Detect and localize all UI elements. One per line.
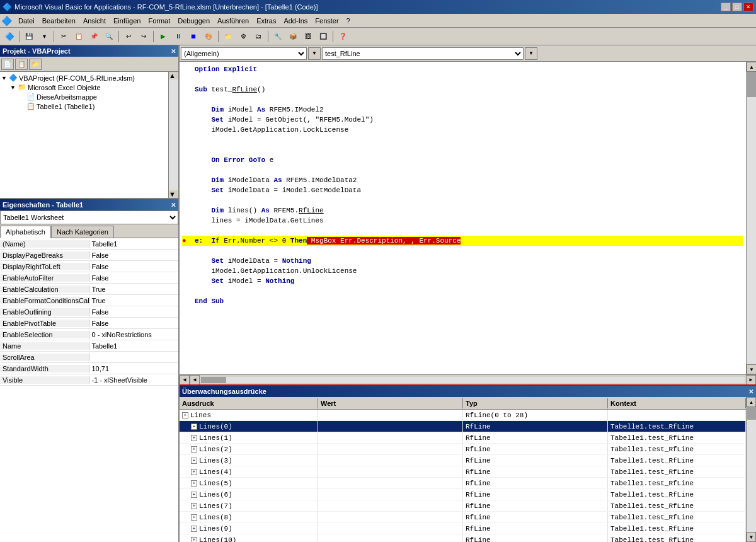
code-scroll-thumb[interactable] xyxy=(747,72,756,97)
menu-bearbeiten[interactable]: Bearbeiten xyxy=(38,16,79,26)
project-vscroll[interactable]: ▲ ▼ xyxy=(168,72,178,198)
code-proc-select[interactable]: test_RfLine xyxy=(322,47,524,60)
code-scroll-up[interactable]: ▲ xyxy=(747,62,756,72)
toolbar-paste[interactable]: 📌 xyxy=(87,30,101,43)
toolbar-run[interactable]: ▶ xyxy=(156,30,170,43)
menu-help[interactable]: ? xyxy=(343,16,354,26)
toolbar-props[interactable]: ⚙ xyxy=(236,30,250,43)
menu-extras[interactable]: Extras xyxy=(253,16,280,26)
toolbar-dropdown[interactable]: ▾ xyxy=(37,30,51,43)
minimize-button[interactable]: _ xyxy=(721,3,731,11)
tree-item-tabelle1[interactable]: 📋 Tabelle1 (Tabelle1) xyxy=(1,101,167,111)
props-row[interactable]: EnableSelection0 - xlNoRestrictions xyxy=(0,329,178,340)
code-module-select[interactable]: (Allgemein) xyxy=(181,47,307,60)
watch-row[interactable]: +Lines(8) RfLine Tabelle1.test_RfLine xyxy=(180,512,746,523)
tree-expand-vbaproject[interactable]: ▼ xyxy=(1,75,9,81)
watch-scroll-thumb[interactable] xyxy=(747,407,756,420)
toolbar-reset[interactable]: ⏹ xyxy=(186,30,200,43)
code-hscroll-thumb[interactable] xyxy=(201,377,226,383)
watch-expand-icon[interactable]: + xyxy=(191,469,197,475)
watch-row[interactable]: +Lines RfLine(0 to 28) xyxy=(180,410,746,421)
watch-expand-icon[interactable]: + xyxy=(191,526,197,532)
props-row[interactable]: DisplayPageBreaksFalse xyxy=(0,250,178,261)
watch-expand-icon[interactable]: + xyxy=(191,492,197,498)
menu-fenster[interactable]: Fenster xyxy=(311,16,342,26)
menu-einfuegen[interactable]: Einfügen xyxy=(110,16,144,26)
code-scroll-right[interactable]: ► xyxy=(746,375,756,385)
code-editor[interactable]: Option ExplicitSub test_RfLine() Dim iMo… xyxy=(180,62,746,374)
toolbar-btn4[interactable]: 🔲 xyxy=(316,30,330,43)
watch-row[interactable]: +Lines(1) RfLine Tabelle1.test_RfLine xyxy=(180,432,746,444)
watch-row[interactable]: +Lines(9) RfLine Tabelle1.test_RfLine xyxy=(180,523,746,534)
watch-expand-icon[interactable]: + xyxy=(191,435,197,441)
project-view-code[interactable]: 📄 xyxy=(1,59,14,70)
code-scroll-down[interactable]: ▼ xyxy=(747,364,756,374)
watch-expand-icon[interactable]: + xyxy=(191,446,197,453)
props-row[interactable]: NameTabelle1 xyxy=(0,340,178,352)
toolbar-objbrowser[interactable]: 🗂 xyxy=(251,30,265,43)
props-row[interactable]: EnablePivotTableFalse xyxy=(0,318,178,329)
watch-expand-icon[interactable]: + xyxy=(191,480,197,487)
props-row[interactable]: EnableOutliningFalse xyxy=(0,306,178,318)
tree-item-vbaproject[interactable]: ▼ 🔷 VBAProject (RF-COM_5-RfLine.xlsm) xyxy=(1,73,167,83)
watch-row[interactable]: +Lines(4) RfLine Tabelle1.test_RfLine xyxy=(180,466,746,478)
project-toggle-folders[interactable]: 📁 xyxy=(29,59,42,70)
props-row[interactable]: (Name)Tabelle1 xyxy=(0,238,178,250)
watch-row[interactable]: +Lines(5) RfLine Tabelle1.test_RfLine xyxy=(180,478,746,489)
watch-vscroll[interactable]: ▲ ▼ xyxy=(746,397,756,542)
code-vscroll[interactable]: ▲ ▼ xyxy=(746,62,756,374)
window-controls[interactable]: _ □ ✕ xyxy=(721,3,753,11)
restore-button[interactable]: □ xyxy=(732,3,742,11)
watch-expand-icon[interactable]: + xyxy=(191,458,197,464)
module-select-arrow[interactable]: ▼ xyxy=(308,47,321,60)
menu-format[interactable]: Format xyxy=(144,16,174,26)
watch-expand-icon[interactable]: + xyxy=(191,514,197,521)
watch-row[interactable]: +Lines(7) RfLine Tabelle1.test_RfLine xyxy=(180,500,746,512)
toolbar-btn2[interactable]: 📦 xyxy=(286,30,300,43)
project-scroll-up[interactable]: ▲ xyxy=(169,72,178,79)
watch-row[interactable]: +Lines(2) RfLine Tabelle1.test_RfLine xyxy=(180,444,746,455)
toolbar-undo[interactable]: ↩ xyxy=(122,30,135,43)
menu-ausfuehren[interactable]: Ausführen xyxy=(214,16,253,26)
toolbar-project[interactable]: 📁 xyxy=(221,30,235,43)
toolbar-toolbox[interactable]: 🔧 xyxy=(271,30,285,43)
watch-scroll-down[interactable]: ▼ xyxy=(747,532,756,542)
watch-row[interactable]: +Lines(6) RfLine Tabelle1.test_RfLine xyxy=(180,489,746,500)
props-row[interactable]: EnableFormatConditionsCalcTrue xyxy=(0,295,178,306)
project-scroll-down[interactable]: ▼ xyxy=(169,190,178,198)
tab-alphabetisch[interactable]: Alphabetisch xyxy=(0,226,51,238)
props-row[interactable]: Visible-1 - xlSheetVisible xyxy=(0,374,178,386)
watch-expand-icon[interactable]: + xyxy=(191,537,197,543)
toolbar-redo[interactable]: ↪ xyxy=(137,30,151,43)
toolbar-copy[interactable]: 📋 xyxy=(72,30,86,43)
props-row[interactable]: EnableCalculationTrue xyxy=(0,284,178,295)
watch-row[interactable]: +Lines(0) RfLine Tabelle1.test_RfLine xyxy=(180,421,746,432)
toolbar-design[interactable]: 🎨 xyxy=(202,30,215,43)
props-row[interactable]: StandardWidth10,71 xyxy=(0,363,178,374)
toolbar-search[interactable]: 🔍 xyxy=(102,30,116,43)
watch-expand-icon[interactable]: + xyxy=(182,412,188,418)
tree-item-excel-objects[interactable]: ▼ 📁 Microsoft Excel Objekte xyxy=(1,83,167,92)
watch-expand-icon[interactable]: + xyxy=(191,503,197,509)
menu-debuggen[interactable]: Debuggen xyxy=(174,16,214,26)
watch-close-button[interactable]: ✕ xyxy=(748,388,753,395)
toolbar-help[interactable]: ❓ xyxy=(336,30,350,43)
toolbar-break[interactable]: ⏸ xyxy=(171,30,185,43)
proc-select-arrow[interactable]: ▼ xyxy=(525,47,537,60)
watch-row[interactable]: +Lines(3) RfLine Tabelle1.test_RfLine xyxy=(180,455,746,466)
props-row[interactable]: EnableAutoFilterFalse xyxy=(0,272,178,284)
menu-ansicht[interactable]: Ansicht xyxy=(79,16,110,26)
properties-close-button[interactable]: ✕ xyxy=(171,202,176,209)
watch-expand-icon[interactable]: + xyxy=(191,424,197,430)
tree-item-thisworkbook[interactable]: 📄 DieseArbeitsmappe xyxy=(1,92,167,101)
tab-nach-kategorien[interactable]: Nach Kategorien xyxy=(51,226,114,238)
code-scroll-left2[interactable]: ◄ xyxy=(190,375,200,385)
code-hscroll[interactable]: ◄ ◄ ► xyxy=(180,374,756,384)
toolbar-btn3[interactable]: 🖼 xyxy=(301,30,315,43)
props-row[interactable]: ScrollArea xyxy=(0,352,178,363)
project-close-button[interactable]: ✕ xyxy=(171,48,176,55)
props-row[interactable]: DisplayRightToLeftFalse xyxy=(0,261,178,272)
project-view-object[interactable]: 📋 xyxy=(15,59,28,70)
toolbar-cut[interactable]: ✂ xyxy=(57,30,71,43)
code-scroll-left[interactable]: ◄ xyxy=(180,375,190,385)
